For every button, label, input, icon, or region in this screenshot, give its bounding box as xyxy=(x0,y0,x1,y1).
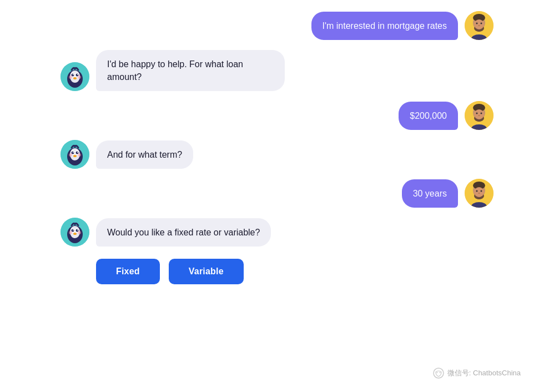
svg-point-62 xyxy=(78,231,81,234)
svg-point-46 xyxy=(474,187,484,197)
message-row-3: $200,000 xyxy=(61,101,493,130)
bubble-user-5: 30 years xyxy=(402,179,458,208)
svg-point-4 xyxy=(474,19,484,29)
bubble-user-1: I'm interested in mortgage rates xyxy=(311,12,459,40)
svg-point-26 xyxy=(476,113,478,114)
svg-point-37 xyxy=(73,152,74,153)
svg-point-41 xyxy=(78,153,81,157)
svg-point-16 xyxy=(73,74,74,76)
svg-point-7 xyxy=(479,25,480,26)
svg-point-17 xyxy=(77,74,78,76)
variable-button[interactable]: Variable xyxy=(169,259,244,284)
svg-point-5 xyxy=(476,23,478,24)
svg-point-6 xyxy=(481,23,482,24)
svg-point-64 xyxy=(436,372,437,373)
choice-buttons-row: Fixed Variable xyxy=(61,259,493,284)
svg-point-59 xyxy=(77,230,78,231)
svg-point-47 xyxy=(476,190,478,192)
svg-point-35 xyxy=(72,152,74,154)
chat-container: I'm interested in mortgage rates xyxy=(61,11,493,284)
svg-point-40 xyxy=(69,153,72,157)
user-avatar-3 xyxy=(465,101,493,130)
svg-point-58 xyxy=(73,230,74,231)
svg-point-27 xyxy=(481,113,482,114)
svg-point-28 xyxy=(479,115,480,116)
svg-point-18 xyxy=(73,77,77,79)
message-row-1: I'm interested in mortgage rates xyxy=(61,11,493,40)
svg-point-19 xyxy=(69,76,72,79)
svg-point-39 xyxy=(73,155,77,157)
message-row-6: Would you like a fixed rate or variable? xyxy=(61,218,493,247)
svg-point-65 xyxy=(439,372,440,373)
bubble-bot-4: And for what term? xyxy=(96,140,193,169)
svg-point-57 xyxy=(76,229,79,232)
svg-point-60 xyxy=(73,233,77,235)
svg-point-49 xyxy=(479,193,480,194)
bot-avatar-6 xyxy=(61,218,89,247)
bot-avatar-2 xyxy=(61,62,89,91)
message-row-2: I'd be happy to help. For what loan amou… xyxy=(61,50,493,91)
watermark-text: 微信号: ChatbotsChina xyxy=(447,368,521,378)
svg-point-14 xyxy=(72,74,74,77)
bubble-user-3: $200,000 xyxy=(399,102,458,130)
svg-point-20 xyxy=(78,76,81,79)
svg-point-48 xyxy=(481,190,482,192)
bubble-bot-2: I'd be happy to help. For what loan amou… xyxy=(96,50,285,91)
message-row-5: 30 years xyxy=(61,179,493,208)
bot-avatar-4 xyxy=(61,140,89,169)
svg-point-36 xyxy=(76,152,79,154)
bubble-bot-6: Would you like a fixed rate or variable? xyxy=(96,218,271,247)
user-avatar-5 xyxy=(465,179,493,208)
user-avatar-1 xyxy=(465,11,493,40)
message-row-4: And for what term? xyxy=(61,140,493,169)
svg-point-25 xyxy=(474,109,484,119)
fixed-button[interactable]: Fixed xyxy=(96,259,160,284)
svg-point-56 xyxy=(72,229,74,232)
svg-point-15 xyxy=(76,74,79,77)
svg-point-61 xyxy=(69,231,72,234)
watermark: 微信号: ChatbotsChina xyxy=(433,368,521,379)
svg-point-38 xyxy=(77,152,78,153)
